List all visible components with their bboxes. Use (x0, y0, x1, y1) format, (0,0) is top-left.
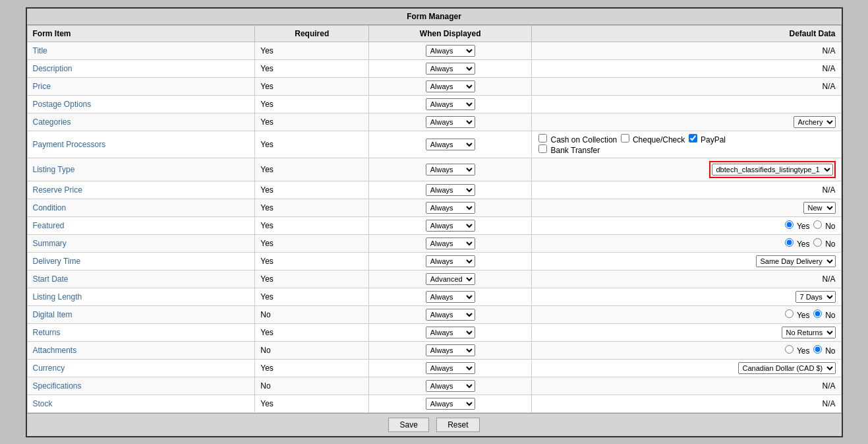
when-displayed-select[interactable]: AlwaysAdvancedNever (426, 184, 475, 196)
default-data-cell[interactable]: 7 Days (532, 288, 841, 305)
when-displayed-select[interactable]: AlwaysAdvancedNever (426, 255, 475, 267)
required-cell: Yes (255, 288, 369, 305)
form-item-label: Specifications (27, 377, 255, 395)
when-displayed-cell[interactable]: AlwaysAdvancedNever (369, 377, 532, 395)
bank-transfer-checkbox[interactable] (538, 144, 547, 153)
radio-no[interactable] (813, 309, 822, 318)
required-cell: Yes (255, 252, 369, 270)
when-displayed-select[interactable]: AlwaysAdvancedNever (426, 139, 475, 150)
required-cell: Yes (255, 395, 369, 412)
default-select[interactable]: Same Day Delivery (756, 255, 836, 267)
table-row: Payment ProcessorsYesAlwaysAdvancedNever… (27, 131, 841, 158)
radio-yes[interactable] (785, 220, 794, 229)
radio-no[interactable] (813, 238, 822, 247)
when-displayed-select[interactable]: AlwaysAdvancedNever (426, 309, 475, 321)
when-displayed-cell[interactable]: AlwaysAdvancedNever (369, 216, 532, 234)
default-select[interactable]: No Returns (782, 327, 836, 338)
required-cell: Yes (255, 323, 369, 341)
when-displayed-cell[interactable]: AlwaysAdvancedNever (369, 158, 532, 181)
default-data-cell[interactable]: New (532, 199, 841, 216)
radio-yes[interactable] (785, 238, 794, 247)
default-data-cell: N/A (532, 42, 841, 59)
required-cell: Yes (255, 42, 369, 59)
table-row: Delivery TimeYesAlwaysAdvancedNeverSame … (27, 252, 841, 270)
when-displayed-select[interactable]: AlwaysAdvancedNever (426, 63, 475, 75)
default-data-cell[interactable]: Archery (532, 113, 841, 131)
form-item-label: Start Date (27, 270, 255, 288)
default-data-cell[interactable]: Canadian Dollar (CAD $) (532, 359, 841, 377)
radio-no[interactable] (813, 220, 822, 229)
radio-no[interactable] (813, 345, 822, 354)
form-item-label: Attachments (27, 341, 255, 359)
when-displayed-select[interactable]: AlwaysAdvancedNever (426, 164, 475, 175)
default-data-cell[interactable]: No Returns (532, 323, 841, 341)
required-cell: Yes (255, 359, 369, 377)
when-displayed-select[interactable]: AlwaysAdvancedNever (426, 344, 475, 356)
when-displayed-cell[interactable]: AlwaysAdvancedNever (369, 395, 532, 412)
when-displayed-cell[interactable]: AlwaysAdvancedNever (369, 59, 532, 77)
radio-yes[interactable] (785, 309, 794, 318)
save-button[interactable]: Save (388, 418, 428, 432)
default-data-cell[interactable]: Yes No (532, 234, 841, 252)
default-select[interactable]: New (803, 202, 836, 214)
default-data-cell: N/A (532, 77, 841, 95)
required-cell: Yes (255, 59, 369, 77)
listing-type-select[interactable]: dbtech_classifieds_listingtype_1 (712, 164, 833, 175)
when-displayed-select[interactable]: AlwaysAdvancedNever (426, 45, 475, 57)
when-displayed-select[interactable]: AlwaysAdvancedNever (426, 398, 475, 410)
payment-checkbox[interactable] (538, 134, 547, 143)
default-data-cell: N/A (532, 181, 841, 199)
table-row: CurrencyYesAlwaysAdvancedNeverCanadian D… (27, 359, 841, 377)
radio-yes[interactable] (785, 345, 794, 354)
when-displayed-cell[interactable]: AlwaysAdvancedNever (369, 305, 532, 323)
when-displayed-cell[interactable]: AlwaysAdvancedNever (369, 199, 532, 216)
table-row: Start DateYesAlwaysAdvancedNeverN/A (27, 270, 841, 288)
when-displayed-cell[interactable]: AlwaysAdvancedNever (369, 77, 532, 95)
when-displayed-cell[interactable]: AlwaysAdvancedNever (369, 270, 532, 288)
default-data-cell[interactable]: dbtech_classifieds_listingtype_1 (532, 158, 841, 181)
when-displayed-select[interactable]: AlwaysAdvancedNever (426, 80, 475, 92)
when-displayed-select[interactable]: AlwaysAdvancedNever (426, 98, 475, 110)
when-displayed-select[interactable]: AlwaysAdvancedNever (426, 116, 475, 128)
default-data-cell[interactable]: Yes No (532, 305, 841, 323)
when-displayed-cell[interactable]: AlwaysAdvancedNever (369, 341, 532, 359)
default-select[interactable]: 7 Days (796, 291, 836, 303)
form-item-label: Digital Item (27, 305, 255, 323)
required-cell: No (255, 341, 369, 359)
default-data-cell[interactable]: Yes No (532, 216, 841, 234)
table-row: Reserve PriceYesAlwaysAdvancedNeverN/A (27, 181, 841, 199)
when-displayed-select[interactable]: AlwaysAdvancedNever (426, 327, 475, 338)
when-displayed-cell[interactable]: AlwaysAdvancedNever (369, 323, 532, 341)
reset-button[interactable]: Reset (436, 418, 479, 432)
when-displayed-cell[interactable]: AlwaysAdvancedNever (369, 113, 532, 131)
default-data-cell[interactable]: Yes No (532, 341, 841, 359)
when-displayed-cell[interactable]: AlwaysAdvancedNever (369, 359, 532, 377)
default-select[interactable]: Canadian Dollar (CAD $) (738, 362, 836, 374)
required-cell: Yes (255, 216, 369, 234)
payment-checkbox[interactable] (689, 134, 697, 143)
when-displayed-cell[interactable]: AlwaysAdvancedNever (369, 288, 532, 305)
when-displayed-select[interactable]: AlwaysAdvancedNever (426, 380, 475, 392)
table-row: SpecificationsNoAlwaysAdvancedNeverN/A (27, 377, 841, 395)
when-displayed-cell[interactable]: AlwaysAdvancedNever (369, 252, 532, 270)
default-data-cell[interactable]: Cash on Collection Cheque/Check PayPal B… (532, 131, 841, 158)
form-item-label: Categories (27, 113, 255, 131)
form-item-label: Summary (27, 234, 255, 252)
default-data-cell[interactable]: Same Day Delivery (532, 252, 841, 270)
when-displayed-cell[interactable]: AlwaysAdvancedNever (369, 181, 532, 199)
when-displayed-select[interactable]: AlwaysAdvancedNever (426, 202, 475, 214)
when-displayed-cell[interactable]: AlwaysAdvancedNever (369, 95, 532, 113)
when-displayed-select[interactable]: AlwaysAdvancedNever (426, 273, 475, 285)
when-displayed-select[interactable]: AlwaysAdvancedNever (426, 238, 475, 249)
when-displayed-select[interactable]: AlwaysAdvancedNever (426, 291, 475, 303)
default-data-cell (532, 95, 841, 113)
default-select[interactable]: Archery (794, 116, 836, 128)
when-displayed-cell[interactable]: AlwaysAdvancedNever (369, 42, 532, 59)
payment-checkbox[interactable] (621, 134, 629, 143)
default-data-cell: N/A (532, 59, 841, 77)
when-displayed-cell[interactable]: AlwaysAdvancedNever (369, 234, 532, 252)
when-displayed-select[interactable]: AlwaysAdvancedNever (426, 362, 475, 374)
required-cell: Yes (255, 131, 369, 158)
when-displayed-cell[interactable]: AlwaysAdvancedNever (369, 131, 532, 158)
when-displayed-select[interactable]: AlwaysAdvancedNever (426, 220, 475, 232)
